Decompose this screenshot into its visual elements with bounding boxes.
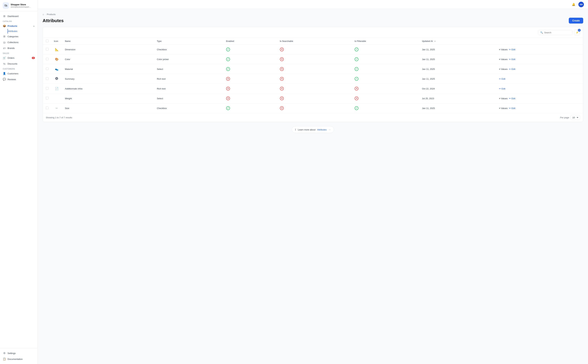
sidebar-item-brands[interactable]: 🏷 Brands [0,45,38,51]
sidebar-item-categories[interactable]: ⊞ Categories [0,33,38,39]
row-name: Weight [62,94,154,103]
values-button[interactable]: ≡ Values [499,107,508,110]
table-header: Icon Name Type Enabled Is Searchable [43,38,583,45]
row-enabled: ✓ [223,45,277,54]
page-header: Attributes Create [43,18,583,24]
sort-icon: ▼ [434,40,436,42]
edit-button[interactable]: ✏ Edit [499,87,505,90]
row-name: Size [62,103,154,113]
row-icon-cell: ↔ [51,103,62,113]
attribute-icon: ↔ [54,105,59,111]
edit-button[interactable]: ✏ Edit [509,68,515,70]
breadcrumb-products[interactable]: Products [47,13,55,16]
table-toolbar: 🔍 ⚡ 0 [43,27,583,38]
row-icon-cell: 📄 [51,84,62,94]
store-logo-icon: 🛍 [3,2,9,9]
home-breadcrumb-icon[interactable]: ⌂ [43,13,44,16]
row-actions: ≡ Values✏ Edit [496,54,583,64]
row-enabled: ✓ [223,103,277,113]
values-button[interactable]: ≡ Values [499,48,508,51]
sidebar-brands-label: Brands [7,47,35,49]
per-page-select[interactable]: 10 25 50 [570,115,580,120]
row-checkbox[interactable] [46,48,48,51]
row-type: Select [154,94,223,103]
learn-more-link[interactable]: Attributes [317,128,327,131]
customers-icon: 👤 [3,72,6,75]
sidebar-item-reviews[interactable]: 💬 Reviews [0,76,38,82]
attribute-icon: 👟 [54,66,59,72]
edit-button[interactable]: ✏ Edit [509,48,515,51]
row-checkbox-cell [43,64,51,74]
collections-icon: 🗂 [3,41,6,44]
row-type: Checkbox [154,45,223,54]
values-button[interactable]: ≡ Values [499,97,508,100]
row-checkbox[interactable] [46,67,48,70]
documentation-icon: 📋 [3,358,6,361]
user-avatar[interactable]: AM [578,2,584,7]
row-checkbox[interactable] [46,77,48,80]
info-icon: ℹ [295,128,296,131]
sidebar-item-documentation[interactable]: 📋 Documentation [0,356,38,362]
sidebar-collections-label: Collections [7,41,35,44]
filter-button[interactable]: ⚡ 0 [574,30,580,35]
create-button[interactable]: Create [569,18,583,24]
edit-button[interactable]: ✏ Edit [499,78,505,80]
row-name: Color [62,54,154,64]
edit-button[interactable]: ✏ Edit [509,58,515,61]
row-checkbox[interactable] [46,87,48,90]
row-updated-at: Jan 11, 2025 [419,64,496,74]
row-checkbox-cell [43,74,51,84]
row-enabled: ✓ [223,54,277,64]
sidebar-nav: ⊞ Dashboard CATALOG 📦 Products ▲ Attribu… [0,11,38,348]
sidebar-item-orders[interactable]: 🛒 Orders 1 [0,55,38,61]
row-is-filterable: ✓ [352,54,419,64]
values-button[interactable]: ≡ Values [499,58,508,61]
attribute-icon: 📄 [54,86,59,91]
row-enabled: ✕ [223,94,277,103]
row-updated-at: Jul 25, 2023 [419,94,496,103]
sidebar-item-dashboard[interactable]: ⊞ Dashboard [0,13,38,19]
edit-button[interactable]: ✏ Edit [509,97,515,100]
sidebar-item-attributes[interactable]: Attributes [7,29,38,33]
sidebar-item-products[interactable]: 📦 Products ▲ [0,23,38,29]
row-is-searchable: ✕ [277,94,352,103]
notification-icon[interactable]: 🔔 [571,2,576,7]
search-icon: 🔍 [540,31,543,34]
search-input[interactable] [544,31,570,34]
learn-more-pill[interactable]: ℹ Learn more about Attributes → [292,126,334,133]
sidebar-item-settings[interactable]: ⚙ Settings [0,350,38,356]
sidebar-orders-label: Orders [7,57,30,59]
filter-badge: 0 [578,29,581,32]
row-icon-cell [51,94,62,103]
showing-results-text: Showing 1 to 7 of 7 results [46,116,72,119]
row-actions: ≡ Values✏ Edit [496,103,583,113]
row-updated-at: Jan 11, 2025 [419,54,496,64]
row-checkbox[interactable] [46,58,48,60]
row-enabled: ✕ [223,84,277,94]
sidebar-products-label: Products [7,25,31,27]
row-name: Dimension [62,45,154,54]
row-checkbox[interactable] [46,97,48,99]
sidebar: 🛍 Shopper Store store@laravelshopper... … [0,0,38,364]
edit-button[interactable]: ✏ Edit [509,107,515,110]
row-checkbox-cell [43,103,51,113]
row-checkbox[interactable] [46,107,48,109]
orders-icon: 🛒 [3,56,6,59]
row-checkbox-cell [43,84,51,94]
attribute-icon: 🅐 [54,76,59,82]
sidebar-item-collections[interactable]: 🗂 Collections [0,39,38,45]
attribute-icon [54,96,59,101]
page-content: ⌂ › Products Attributes Create 🔍 ⚡ 0 [38,9,588,364]
sidebar-item-customers[interactable]: 👤 Customers [0,71,38,76]
brands-icon: 🏷 [3,46,6,50]
row-icon-cell: 🅐 [51,74,62,84]
row-is-searchable: ✕ [277,84,352,94]
sidebar-item-discounts[interactable]: % Discounts [0,61,38,67]
values-button[interactable]: ≡ Values [499,68,508,70]
row-name: Material [62,64,154,74]
learn-more-bar: ℹ Learn more about Attributes → [43,126,583,133]
row-updated-at: Jan 11, 2025 [419,45,496,54]
select-all-checkbox[interactable] [46,40,48,42]
row-enabled: ✓ [223,64,277,74]
row-is-filterable: ✓ [352,103,419,113]
